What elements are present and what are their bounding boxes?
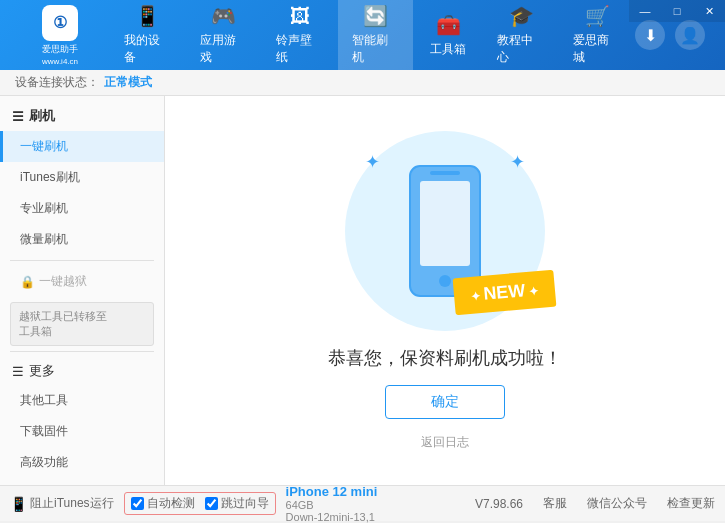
window-controls: — □ ✕ xyxy=(629,0,725,22)
svg-point-2 xyxy=(439,275,451,287)
check-update-link[interactable]: 检查更新 xyxy=(667,495,715,512)
nav-apps[interactable]: 🎮 应用游戏 xyxy=(186,0,262,70)
device-storage: 64GB xyxy=(286,499,378,511)
stop-itunes-label: 阻止iTunes运行 xyxy=(30,495,114,512)
nav-bar: 📱 我的设备 🎮 应用游戏 🖼 铃声壁纸 🔄 智能刷机 🧰 工具箱 🎓 xyxy=(110,0,635,70)
sidebar-download-firmware[interactable]: 下载固件 xyxy=(0,416,164,447)
nav-smart-flash-label: 智能刷机 xyxy=(352,32,400,66)
main-layout: ☰ 刷机 一键刷机 iTunes刷机 专业刷机 微量刷机 🔒 一键越狱 越狱工具… xyxy=(0,96,725,485)
success-area: ✦ ✦ NEW 恭喜您，保资料刷机成功啦！ 确定 返回日志 xyxy=(328,131,562,451)
maximize-button[interactable]: □ xyxy=(661,0,693,22)
sidebar-divider-2 xyxy=(10,351,154,352)
phone-bg-circle: ✦ ✦ NEW xyxy=(345,131,545,331)
guide-check-checkbox[interactable] xyxy=(205,497,218,510)
checkbox-area: 自动检测 跳过向导 xyxy=(124,492,276,515)
auto-check-item[interactable]: 自动检测 xyxy=(131,495,195,512)
sidebar: ☰ 刷机 一键刷机 iTunes刷机 专业刷机 微量刷机 🔒 一键越狱 越狱工具… xyxy=(0,96,165,485)
sidebar-pro-flash[interactable]: 专业刷机 xyxy=(0,193,164,224)
minimize-button[interactable]: — xyxy=(629,0,661,22)
sidebar-other-tools[interactable]: 其他工具 xyxy=(0,385,164,416)
nav-tutorial-label: 教程中心 xyxy=(497,32,545,66)
sidebar-jailbreak-notice: 越狱工具已转移至工具箱 xyxy=(10,302,154,346)
auto-check-label: 自动检测 xyxy=(147,495,195,512)
nav-toolbox-label: 工具箱 xyxy=(430,41,466,58)
flash-section-title: ☰ 刷机 xyxy=(0,101,164,131)
no-itunes-area: 📱 阻止iTunes运行 xyxy=(10,495,114,512)
sidebar-one-key-flash[interactable]: 一键刷机 xyxy=(0,131,164,162)
svg-rect-1 xyxy=(420,181,470,266)
nav-my-device[interactable]: 📱 我的设备 xyxy=(110,0,186,70)
my-device-icon: 📱 xyxy=(135,4,160,28)
status-bar: 设备连接状态： 正常模式 xyxy=(0,70,725,96)
phone-illustration: ✦ ✦ NEW xyxy=(345,131,545,331)
svg-rect-3 xyxy=(430,171,460,175)
sidebar-micro-flash[interactable]: 微量刷机 xyxy=(0,224,164,255)
more-section-label: 更多 xyxy=(29,362,55,380)
more-section-icon: ☰ xyxy=(12,364,24,379)
header: ① 爱思助手www.i4.cn 📱 我的设备 🎮 应用游戏 🖼 铃声壁纸 🔄 智… xyxy=(0,0,725,70)
sparkle-top-left: ✦ xyxy=(365,151,380,173)
phone-small-icon: 📱 xyxy=(10,496,27,512)
wechat-link[interactable]: 微信公众号 xyxy=(587,495,647,512)
sidebar-itunes-flash[interactable]: iTunes刷机 xyxy=(0,162,164,193)
sidebar-advanced[interactable]: 高级功能 xyxy=(0,447,164,478)
flash-section-icon: ☰ xyxy=(12,109,24,124)
logo-icon: ① xyxy=(42,5,78,41)
nav-tutorial[interactable]: 🎓 教程中心 xyxy=(483,0,559,70)
nav-smart-flash[interactable]: 🔄 智能刷机 xyxy=(338,0,414,70)
lock-icon: 🔒 xyxy=(20,275,35,289)
bottom-bar: 📱 阻止iTunes运行 自动检测 跳过向导 iPhone 12 mini 64… xyxy=(0,485,725,521)
nav-store-label: 爱思商城 xyxy=(573,32,621,66)
store-icon: 🛒 xyxy=(585,4,610,28)
auto-check-checkbox[interactable] xyxy=(131,497,144,510)
status-prefix: 设备连接状态： xyxy=(15,74,99,91)
tutorial-icon: 🎓 xyxy=(509,4,534,28)
device-model: Down-12mini-13,1 xyxy=(286,511,378,523)
confirm-button[interactable]: 确定 xyxy=(385,385,505,419)
header-right: ⬇ 👤 xyxy=(635,20,705,50)
wallpaper-icon: 🖼 xyxy=(290,5,310,28)
nav-my-device-label: 我的设备 xyxy=(124,32,172,66)
guide-check-item[interactable]: 跳过向导 xyxy=(205,495,269,512)
logo-text: 爱思助手www.i4.cn xyxy=(42,43,78,66)
nav-wallpaper[interactable]: 🖼 铃声壁纸 xyxy=(262,0,338,70)
close-button[interactable]: ✕ xyxy=(693,0,725,22)
nav-wallpaper-label: 铃声壁纸 xyxy=(276,32,324,66)
main-content: ✦ ✦ NEW 恭喜您，保资料刷机成功啦！ 确定 返回日志 xyxy=(165,96,725,485)
smart-flash-icon: 🔄 xyxy=(363,4,388,28)
sidebar-one-key-jailbreak: 🔒 一键越狱 xyxy=(0,266,164,297)
guide-check-label: 跳过向导 xyxy=(221,495,269,512)
more-section-title: ☰ 更多 xyxy=(0,357,164,385)
back-link[interactable]: 返回日志 xyxy=(421,434,469,451)
apps-icon: 🎮 xyxy=(211,4,236,28)
success-text: 恭喜您，保资料刷机成功啦！ xyxy=(328,346,562,370)
device-info: iPhone 12 mini 64GB Down-12mini-13,1 xyxy=(286,484,378,523)
toolbox-icon: 🧰 xyxy=(436,13,461,37)
logo: ① 爱思助手www.i4.cn xyxy=(10,5,110,66)
service-link[interactable]: 客服 xyxy=(543,495,567,512)
flash-section-label: 刷机 xyxy=(29,107,55,125)
bottom-right: V7.98.66 客服 微信公众号 检查更新 xyxy=(475,495,715,512)
nav-store[interactable]: 🛒 爱思商城 xyxy=(559,0,635,70)
device-name: iPhone 12 mini xyxy=(286,484,378,499)
new-badge: NEW xyxy=(453,269,557,315)
download-button[interactable]: ⬇ xyxy=(635,20,665,50)
nav-toolbox[interactable]: 🧰 工具箱 xyxy=(413,0,483,70)
sidebar-divider-1 xyxy=(10,260,154,261)
status-value: 正常模式 xyxy=(104,74,152,91)
nav-apps-label: 应用游戏 xyxy=(200,32,248,66)
version-label: V7.98.66 xyxy=(475,497,523,511)
user-button[interactable]: 👤 xyxy=(675,20,705,50)
sparkle-top-right: ✦ xyxy=(510,151,525,173)
